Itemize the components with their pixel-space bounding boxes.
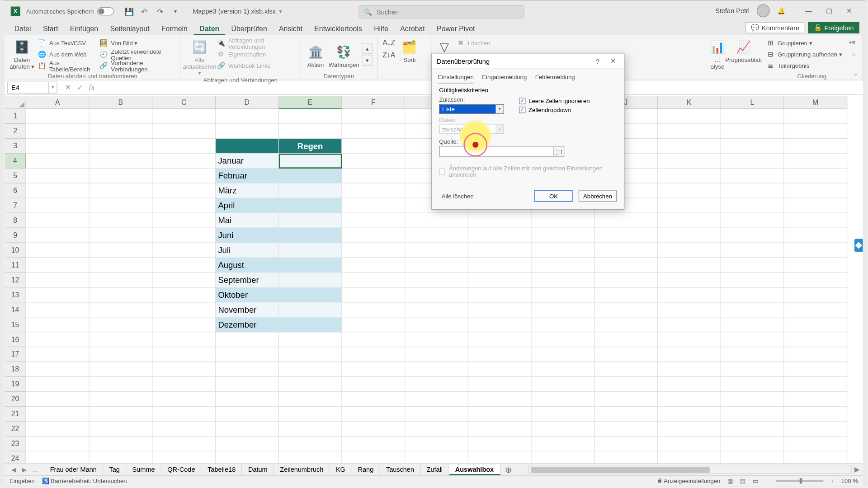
col-header[interactable]: M bbox=[784, 96, 847, 109]
from-textcsv[interactable]: 📄Aus Text/CSV bbox=[38, 38, 96, 48]
zoom-level[interactable]: 100 % bbox=[841, 478, 858, 484]
cell[interactable] bbox=[152, 422, 216, 436]
cell[interactable] bbox=[90, 377, 153, 392]
cell[interactable] bbox=[152, 169, 216, 183]
qat-dd-icon[interactable]: ▼ bbox=[169, 5, 182, 18]
cell[interactable] bbox=[216, 362, 279, 377]
cell[interactable]: März bbox=[216, 183, 279, 198]
cell[interactable] bbox=[405, 258, 468, 273]
cell[interactable] bbox=[594, 422, 658, 436]
cell[interactable] bbox=[405, 288, 468, 303]
row-header[interactable]: 18 bbox=[5, 362, 26, 377]
cell[interactable] bbox=[405, 243, 468, 258]
cell[interactable] bbox=[152, 258, 216, 273]
row-header[interactable]: 4 bbox=[5, 154, 26, 169]
cell[interactable] bbox=[26, 109, 90, 124]
tab-entwicklertools[interactable]: Entwicklertools bbox=[308, 23, 368, 35]
cell[interactable] bbox=[721, 392, 784, 407]
cell[interactable] bbox=[468, 228, 532, 243]
cell[interactable] bbox=[594, 407, 658, 422]
tab-first-icon[interactable]: ◀ bbox=[8, 466, 19, 473]
cell[interactable] bbox=[342, 228, 406, 243]
cell[interactable] bbox=[152, 377, 216, 392]
sheet-tab[interactable]: Zufall bbox=[420, 464, 449, 475]
dialog-tab-einstellungen[interactable]: Einstellungen bbox=[438, 71, 474, 83]
cell[interactable] bbox=[26, 139, 90, 154]
fx-icon[interactable]: fx bbox=[86, 81, 98, 93]
cell[interactable] bbox=[721, 228, 784, 243]
cell[interactable] bbox=[216, 377, 279, 392]
cell[interactable] bbox=[216, 139, 279, 154]
cell[interactable] bbox=[468, 258, 532, 273]
cell[interactable] bbox=[26, 273, 90, 288]
collapse-ribbon-icon[interactable]: ⌄ bbox=[851, 69, 860, 77]
subtotal-button[interactable]: ≣Teilergebnis bbox=[766, 61, 842, 70]
tab-power pivot[interactable]: Power Pivot bbox=[431, 23, 481, 35]
status-access[interactable]: ♿ Barrierefreiheit: Untersuchen bbox=[42, 478, 127, 484]
cell[interactable] bbox=[532, 288, 595, 303]
cell[interactable] bbox=[152, 362, 216, 377]
cell[interactable] bbox=[468, 288, 532, 303]
cell[interactable] bbox=[468, 243, 532, 258]
tab-daten[interactable]: Daten bbox=[193, 23, 225, 35]
cell[interactable] bbox=[658, 154, 721, 169]
cell[interactable] bbox=[90, 422, 153, 436]
cell[interactable] bbox=[152, 407, 216, 422]
cell[interactable] bbox=[721, 317, 784, 332]
cell[interactable] bbox=[405, 303, 468, 318]
cell[interactable] bbox=[721, 198, 784, 213]
row-header[interactable]: 8 bbox=[5, 213, 26, 228]
sheet-tab[interactable]: Auswahlbox bbox=[449, 464, 500, 475]
row-header[interactable]: 5 bbox=[5, 169, 26, 183]
cell[interactable] bbox=[342, 213, 406, 228]
cell[interactable] bbox=[532, 436, 595, 451]
clear-filter[interactable]: ✖Löschen bbox=[457, 38, 491, 48]
cell[interactable] bbox=[342, 332, 406, 347]
cell[interactable]: Mai bbox=[216, 213, 279, 228]
cell[interactable] bbox=[152, 392, 216, 407]
cell[interactable] bbox=[784, 407, 847, 422]
dialog-close-icon[interactable]: ✕ bbox=[607, 56, 619, 66]
zoom-out-icon[interactable]: − bbox=[765, 478, 769, 484]
cell[interactable] bbox=[594, 243, 658, 258]
cell[interactable] bbox=[279, 228, 342, 243]
accept-formula-icon[interactable]: ✓ bbox=[74, 81, 85, 93]
cell[interactable] bbox=[405, 436, 468, 451]
cell[interactable] bbox=[405, 317, 468, 332]
cell[interactable] bbox=[658, 407, 721, 422]
sort-button[interactable]: 🗂️ Sorti bbox=[399, 36, 420, 63]
cell[interactable] bbox=[658, 317, 721, 332]
forecast-button[interactable]: 📈 Prognoseblatt bbox=[727, 36, 760, 63]
cell[interactable] bbox=[279, 422, 342, 436]
cell[interactable] bbox=[658, 273, 721, 288]
comments-button[interactable]: 💬 Kommentare bbox=[745, 22, 804, 33]
whatif-button[interactable]: 📊 … olyse bbox=[709, 36, 726, 70]
cell[interactable] bbox=[721, 422, 784, 436]
cell[interactable] bbox=[342, 347, 406, 362]
cell[interactable] bbox=[594, 228, 658, 243]
cell[interactable] bbox=[279, 124, 342, 139]
cell[interactable] bbox=[279, 377, 342, 392]
cell[interactable] bbox=[405, 332, 468, 347]
cell[interactable] bbox=[405, 213, 468, 228]
cell[interactable] bbox=[152, 139, 216, 154]
cell[interactable] bbox=[279, 317, 342, 332]
cell[interactable] bbox=[26, 422, 90, 436]
cell[interactable] bbox=[532, 377, 595, 392]
cell[interactable] bbox=[658, 392, 721, 407]
cell[interactable] bbox=[784, 347, 847, 362]
cell[interactable] bbox=[342, 243, 406, 258]
cell[interactable] bbox=[784, 288, 847, 303]
dialog-tab-eingabemeldung[interactable]: Eingabemeldung bbox=[482, 71, 527, 83]
cell[interactable] bbox=[784, 436, 847, 451]
autosave-switch[interactable] bbox=[97, 7, 114, 15]
cell[interactable] bbox=[90, 332, 153, 347]
name-box[interactable]: E4 bbox=[7, 81, 49, 93]
tab-seitenlayout[interactable]: Seitenlayout bbox=[104, 23, 155, 35]
col-header[interactable]: A bbox=[26, 96, 90, 109]
col-header[interactable]: D bbox=[216, 96, 279, 109]
document-title[interactable]: Mappe3 (version 1).xlsb.xlsx▼ bbox=[193, 8, 283, 15]
row-header[interactable]: 12 bbox=[5, 273, 26, 288]
cell[interactable] bbox=[152, 273, 216, 288]
cell[interactable]: Dezember bbox=[216, 317, 279, 332]
